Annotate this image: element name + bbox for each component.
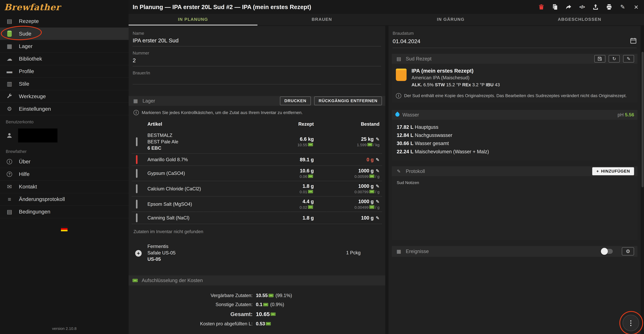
- brand-section-label: Brewfather: [0, 145, 128, 156]
- stock-cost-unit: / g: [375, 174, 380, 178]
- edit-stock-icon[interactable]: ✎: [376, 157, 380, 162]
- row-checkbox[interactable]: [136, 184, 138, 193]
- delete-icon[interactable]: [538, 3, 545, 10]
- edit-icon[interactable]: ✎: [619, 3, 626, 10]
- table-header-row: Artikel Rezept Bestand: [132, 119, 382, 130]
- batch-notes-label[interactable]: Sud Notizen: [397, 180, 632, 185]
- table-row: Epsom Salt (MgSO4) 4.4 g 0.02 1000 g✎ 0.…: [132, 196, 382, 212]
- edit-stock-icon[interactable]: ✎: [376, 216, 380, 220]
- item-name: Calcium Chloride (CaCl2): [148, 186, 264, 192]
- tab-abgeschlossen[interactable]: ABGESCHLOSSEN: [515, 14, 644, 26]
- stock-amount: 25 kg: [361, 136, 374, 142]
- user-account-row[interactable]: [0, 126, 128, 145]
- undo-remove-button[interactable]: RÜCKGÄNGIG ENTFERNEN: [314, 96, 382, 105]
- row-checkbox[interactable]: [136, 200, 138, 208]
- print-inventory-button[interactable]: DRUCKEN: [280, 96, 311, 105]
- edit-stock-icon[interactable]: ✎: [376, 199, 380, 204]
- name-input[interactable]: IPA erster 20L Sud: [132, 37, 381, 46]
- tab-brauen[interactable]: BRAUEN: [258, 14, 386, 26]
- sidebar-item-aenderungsprotokoll[interactable]: ≡ Änderungsprotokoll: [0, 193, 128, 206]
- close-icon[interactable]: ×: [632, 3, 640, 10]
- calendar-icon[interactable]: [630, 37, 637, 45]
- sidebar-item-ueber[interactable]: i Über: [0, 156, 128, 168]
- account-section-label: Benutzerkonto: [0, 115, 128, 126]
- sidebar-item-werkzeuge[interactable]: Werkzeuge: [0, 90, 128, 103]
- number-input[interactable]: 2: [132, 57, 381, 66]
- inventory-hint: i Markieren Sie jedes Kontrollkästchen, …: [128, 106, 385, 118]
- edit-stock-icon[interactable]: ✎: [376, 137, 380, 142]
- events-icon: ▦: [395, 248, 402, 254]
- inventory-table: Artikel Rezept Bestand BESTMALZ BEST Pal…: [132, 119, 382, 224]
- inventory-icon: ▦: [6, 43, 13, 50]
- item-name: Gypsum (CaSO4): [148, 170, 264, 176]
- help-icon: ?: [6, 172, 13, 177]
- row-checkbox[interactable]: [136, 169, 138, 178]
- stock-cost: 0.00499: [354, 205, 368, 210]
- sidebar-item-label: Änderungsprotokoll: [19, 196, 65, 202]
- item-name: Amarillo Gold 8.7%: [148, 156, 264, 163]
- money-icon: [263, 303, 268, 306]
- sidebar-item-profile[interactable]: ▬ Profile: [0, 65, 128, 78]
- recipe-stats: ALK. 6.5% STW 15.2 °P REx 3.2 °P IBU 43: [412, 82, 500, 87]
- number-field[interactable]: Nummer 2: [132, 51, 381, 66]
- german-flag-icon[interactable]: [61, 226, 68, 231]
- gear-icon: ⚙: [6, 106, 13, 112]
- edit-stock-icon[interactable]: ✎: [376, 168, 380, 173]
- code-icon[interactable]: </>: [578, 3, 586, 10]
- sidebar-item-bibliothek[interactable]: ☁ Bibliothek: [0, 53, 128, 65]
- cost-value: 0.53: [256, 321, 265, 326]
- money-icon: [308, 205, 313, 208]
- stock-amount: 1000 g: [358, 199, 374, 204]
- row-checkbox[interactable]: [136, 137, 138, 146]
- export-icon[interactable]: [592, 3, 599, 10]
- sidebar-item-hilfe[interactable]: ? Hilfe: [0, 168, 128, 181]
- table-row: BESTMALZ BEST Pale Ale 6 EBC 6.6 kg 10.5…: [132, 130, 382, 154]
- stock-cost: 0.00799: [354, 190, 368, 194]
- add-log-entry-button[interactable]: +HINZUFÜGEN: [592, 167, 634, 175]
- scrollbar-thumb[interactable]: [642, 52, 644, 188]
- row-checkbox[interactable]: [136, 213, 138, 222]
- print-icon[interactable]: [606, 3, 613, 10]
- events-settings-button[interactable]: ⚙: [622, 247, 634, 256]
- sidebar-item-sude[interactable]: Sude: [0, 28, 128, 40]
- sidebar-item-rezepte[interactable]: ▤ Rezepte: [0, 15, 128, 28]
- money-icon: [266, 322, 271, 325]
- share-icon[interactable]: [565, 3, 572, 10]
- sidebar-item-kontakt[interactable]: ✉ Kontakt: [0, 181, 128, 193]
- money-icon: [308, 143, 313, 146]
- recipe-summary[interactable]: IPA (mein erstes Rezept) American IPA (M…: [392, 64, 638, 90]
- tab-in-planung[interactable]: IN PLANUNG: [128, 14, 258, 26]
- refresh-recipe-button[interactable]: ↻: [608, 55, 620, 62]
- sidebar-item-stile[interactable]: ▥ Stile: [0, 78, 128, 90]
- recipe-amount: 10.6 g: [264, 168, 314, 174]
- cost-row-fermentables: Vergärbare Zutaten: 10.55(99.1%): [128, 293, 385, 298]
- fermenter-icon: [6, 30, 13, 37]
- add-to-inventory-button[interactable]: +: [135, 250, 142, 257]
- app-root: Brewfather ▤ Rezepte Sude ▦ Lager ☁ Bibl…: [0, 0, 644, 334]
- user-name-redacted: [18, 128, 58, 142]
- events-toggle[interactable]: [602, 249, 613, 254]
- col-bestand: Bestand: [314, 122, 380, 127]
- water-drop-icon: [394, 112, 400, 118]
- sidebar-item-lager[interactable]: ▦ Lager: [0, 40, 128, 53]
- brewer-input[interactable]: [132, 77, 381, 84]
- brew-date-field[interactable]: Braudatum 01.04.2024: [392, 31, 637, 48]
- save-recipe-button[interactable]: [594, 55, 606, 62]
- brew-date-input[interactable]: 01.04.2024: [392, 38, 420, 44]
- edit-stock-icon[interactable]: ✎: [376, 184, 380, 189]
- tab-in-gaerung[interactable]: IN GÄRUNG: [386, 14, 515, 26]
- sidebar-item-label: Stile: [19, 81, 29, 87]
- name-field[interactable]: Name IPA erster 20L Sud: [132, 31, 381, 47]
- row-checkbox-alert[interactable]: [136, 155, 138, 164]
- more-actions-fab[interactable]: ⋮: [622, 315, 639, 331]
- app-version: version 2.10.8: [0, 326, 128, 331]
- sidebar-item-bedingungen[interactable]: ▤ Bedingungen: [0, 206, 128, 218]
- brewer-field[interactable]: Brauer/in: [132, 70, 381, 84]
- sidebar-item-einstellungen[interactable]: ⚙ Einstellungen: [0, 103, 128, 115]
- log-card: ✎ Protokoll +HINZUFÜGEN Sud Notizen: [392, 166, 638, 240]
- edit-recipe-button[interactable]: ✎: [623, 55, 634, 62]
- sidebar-item-label: Profile: [19, 68, 34, 74]
- cost-value: 0.1: [256, 302, 262, 307]
- copy-icon[interactable]: [551, 3, 558, 10]
- table-row: Gypsum (CaSO4) 10.6 g 0.06 1000 g✎ 0.005…: [132, 166, 382, 181]
